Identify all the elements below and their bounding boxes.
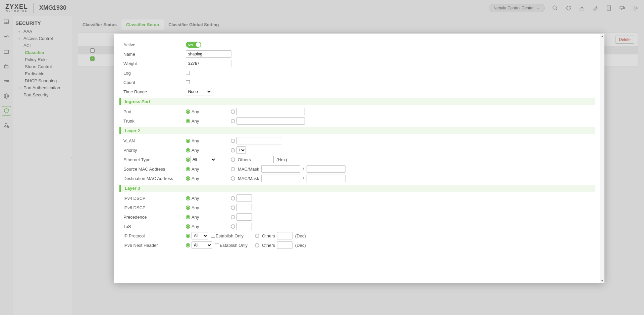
active-toggle[interactable]: ON (186, 42, 201, 48)
port-label: Port (123, 109, 186, 114)
name-input[interactable] (186, 50, 231, 58)
active-label: Active (123, 42, 186, 47)
toggle-knob (196, 42, 201, 47)
trunk-any-radio[interactable] (186, 119, 190, 123)
ipv6nh-select[interactable]: All (192, 241, 212, 249)
timerange-select[interactable]: None (186, 88, 212, 95)
dstmac-input[interactable] (261, 175, 300, 182)
ipv4dscp-label: IPv4 DSCP (123, 196, 186, 201)
port-spec-radio[interactable] (231, 109, 235, 114)
trunk-spec-input[interactable] (236, 117, 305, 125)
ipv6nh-label: IPv6 Next Header (123, 243, 186, 248)
ipproto-label: IP Protocol (123, 233, 186, 238)
priority-select[interactable]: 0 (236, 146, 246, 154)
src-mac-label: Source MAC Address (123, 167, 186, 172)
weight-label: Weight (123, 61, 186, 66)
ipproto-select[interactable]: All (192, 232, 208, 239)
dstmac-spec-radio[interactable] (231, 176, 235, 181)
ipproto-establish-checkbox[interactable] (211, 234, 215, 238)
eth-others-input[interactable] (253, 156, 274, 163)
section-layer3: Layer 3 (119, 185, 595, 192)
tos-label: ToS (123, 224, 186, 229)
priority-label: Priority (123, 148, 186, 153)
vlan-spec-radio[interactable] (231, 139, 235, 143)
modal-scrollbar[interactable]: ▲ ▼ (600, 34, 604, 283)
port-spec-input[interactable] (236, 108, 305, 115)
ipproto-others-input[interactable] (277, 232, 292, 239)
tos-any-radio[interactable] (186, 224, 190, 229)
timerange-label: Time Range (123, 89, 186, 94)
ipv6dscp-label: IPv6 DSCP (123, 205, 186, 210)
scroll-up-icon[interactable]: ▲ (600, 34, 604, 38)
trunk-spec-radio[interactable] (231, 119, 235, 123)
ipv6nh-establish-checkbox[interactable] (215, 243, 219, 247)
ipproto-all-radio[interactable] (186, 234, 190, 238)
dstmac-mask-input[interactable] (307, 175, 345, 182)
ipv4dscp-spec-radio[interactable] (231, 196, 235, 200)
vlan-label: VLAN (123, 138, 186, 143)
eth-type-label: Ethernet Type (123, 157, 186, 162)
dstmac-any-radio[interactable] (186, 176, 190, 181)
weight-input[interactable] (186, 60, 231, 67)
ipv4dscp-any-radio[interactable] (186, 196, 190, 200)
section-layer2: Layer 2 (119, 127, 595, 134)
log-label: Log (123, 71, 186, 76)
ipv6dscp-any-radio[interactable] (186, 206, 190, 210)
eth-any-radio[interactable] (186, 158, 190, 162)
precedence-spec-radio[interactable] (231, 215, 235, 219)
srcmac-mask-input[interactable] (307, 165, 345, 173)
ipv6dscp-spec-radio[interactable] (231, 206, 235, 210)
classifier-edit-modal: ▲ ▼ Active ON Name Weight Log Count (114, 34, 604, 283)
srcmac-spec-radio[interactable] (231, 167, 235, 171)
ipv6nh-others-radio[interactable] (255, 243, 259, 248)
vlan-spec-input[interactable] (236, 137, 282, 144)
ipv6dscp-input[interactable] (236, 204, 252, 211)
name-label: Name (123, 52, 186, 57)
priority-spec-radio[interactable] (231, 148, 235, 152)
ipv6nh-all-radio[interactable] (186, 243, 190, 248)
dst-mac-label: Destination MAC Address (123, 176, 186, 181)
ipproto-others-radio[interactable] (255, 234, 259, 238)
count-checkbox[interactable] (186, 80, 190, 84)
scroll-down-icon[interactable]: ▼ (600, 278, 604, 283)
eth-type-select[interactable]: All (190, 156, 216, 163)
srcmac-any-radio[interactable] (186, 167, 190, 171)
section-ingress-port: Ingress Port (119, 98, 595, 105)
precedence-input[interactable] (236, 213, 252, 221)
precedence-label: Precedence (123, 215, 186, 220)
priority-any-radio[interactable] (186, 148, 190, 152)
vlan-any-radio[interactable] (186, 139, 190, 143)
trunk-label: Trunk (123, 119, 186, 124)
toggle-on-text: ON (188, 43, 193, 46)
tos-spec-radio[interactable] (231, 224, 235, 229)
ipv4dscp-input[interactable] (236, 194, 252, 202)
tos-input[interactable] (236, 223, 252, 230)
port-any-radio[interactable] (186, 109, 190, 114)
log-checkbox[interactable] (186, 71, 190, 75)
count-label: Count (123, 80, 186, 85)
precedence-any-radio[interactable] (186, 215, 190, 219)
eth-others-radio[interactable] (231, 158, 235, 162)
ipv6nh-others-input[interactable] (277, 241, 292, 249)
srcmac-input[interactable] (261, 165, 300, 173)
